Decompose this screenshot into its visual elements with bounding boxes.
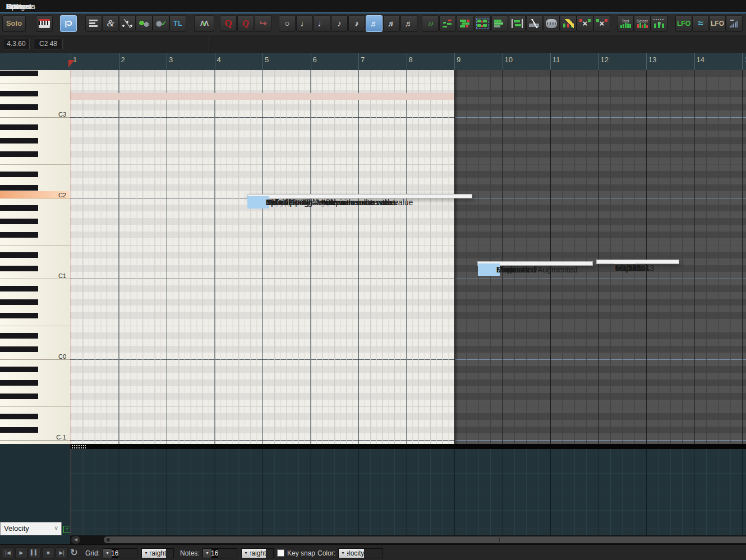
- scrollbar-thumb[interactable]: [104, 536, 746, 543]
- submenu-arrow-icon: ›: [266, 198, 275, 207]
- quantize-button[interactable]: Q: [220, 15, 237, 32]
- virtual-keyboard-icon: [39, 19, 50, 28]
- piano-roll-grid-outside[interactable]: [454, 70, 746, 444]
- note-eighth-triplet-icon: ♪3: [351, 19, 362, 28]
- stop-button[interactable]: ■: [42, 547, 54, 558]
- edit-cursor-marker[interactable]: [68, 60, 75, 67]
- note-thirtysecond-icon: ♬: [403, 19, 415, 28]
- lengthen-notes-button[interactable]: [491, 15, 508, 32]
- split-note-button[interactable]: [526, 15, 543, 32]
- event-list-button[interactable]: [85, 15, 102, 32]
- measure-number: 9: [457, 55, 461, 64]
- actions-button[interactable]: ΛΛ▸: [194, 15, 214, 32]
- fit-notes-button[interactable]: [509, 15, 526, 32]
- menu-item-maj13[interactable]: Maj13: [597, 262, 619, 274]
- envelope-points-button[interactable]: [119, 15, 136, 32]
- lfo-tan-icon: LFO: [712, 19, 723, 28]
- virtual-keyboard-button[interactable]: [36, 15, 53, 32]
- fit-notes-icon: [512, 19, 523, 28]
- piano-roll-grid-item[interactable]: [70, 70, 454, 444]
- cc-lane-selector-value: Velocity: [4, 524, 29, 533]
- notes-size-combo[interactable]: 1/16 ▾: [202, 548, 237, 558]
- note-quarter-icon: ♩: [316, 19, 328, 28]
- note-half-button[interactable]: ♩: [296, 15, 313, 32]
- key-snap-checkbox[interactable]: [277, 549, 284, 557]
- menu-item-default-menu-midi-piano-roll-context[interactable]: Default menu: MIDI piano roll context›: [247, 196, 269, 209]
- grid-size-combo[interactable]: 1/16 ▾: [103, 548, 137, 558]
- grid-cells-button[interactable]: [474, 15, 491, 32]
- measure-tick: [503, 53, 503, 70]
- horizontal-scrollbar[interactable]: ◀: [70, 535, 746, 544]
- razor-button[interactable]: [543, 15, 560, 32]
- pause-button[interactable]: ▍▍: [29, 547, 41, 558]
- timeline-button[interactable]: TL: [169, 15, 186, 32]
- goto-start-button[interactable]: |◀: [2, 547, 14, 558]
- measure-number: 7: [361, 55, 365, 64]
- redo-button[interactable]: ↪: [255, 15, 271, 32]
- menu-item-diads[interactable]: Diads›: [478, 263, 500, 276]
- quantize-positions-button[interactable]: [439, 15, 456, 32]
- cc-lane-header: Velocity ˅ +: [0, 444, 70, 544]
- note-quarter-button[interactable]: ♩: [314, 15, 330, 32]
- note-eighth-icon: ♪: [334, 19, 345, 28]
- timeline-icon: TL: [172, 19, 183, 28]
- dock-button[interactable]: |Ɔ: [60, 15, 77, 32]
- notes-swing-combo[interactable]: straight ▾: [241, 548, 274, 558]
- goto-end-button[interactable]: ▶|: [56, 547, 68, 558]
- cc-lane[interactable]: [70, 449, 746, 535]
- velocity-up-button[interactable]: ↑↑: [651, 15, 667, 32]
- dock-icon: |Ɔ: [63, 19, 74, 28]
- step-input-button[interactable]: [136, 15, 153, 32]
- legato-icon: ♪♪: [425, 19, 436, 28]
- note-thirtysecond-button[interactable]: ♬: [400, 15, 417, 32]
- step-input-icon: [139, 19, 150, 28]
- play-button[interactable]: ▶: [15, 547, 27, 558]
- repeat-button[interactable]: ↻: [68, 547, 80, 559]
- menu-bar: FileEditNavigateOptionsViewContentsActio…: [0, 0, 746, 12]
- notation-button[interactable]: &: [102, 15, 119, 32]
- note-whole-icon: ○: [282, 19, 293, 28]
- tool-velocity-icon: Tool: [620, 19, 631, 28]
- redo-icon: ↪: [257, 19, 269, 28]
- chord-type-submenu: Major›Minor›Dominant›Diminished/Augmente…: [477, 261, 593, 266]
- grid-swing-combo[interactable]: straight ▾: [141, 548, 174, 558]
- chevron-down-icon: ▾: [242, 549, 250, 558]
- solo-button[interactable]: Solo: [2, 15, 26, 32]
- color-mode-combo[interactable]: Velocity ▾: [338, 548, 383, 558]
- note-whole-button[interactable]: ○: [279, 15, 296, 32]
- cc-lane-divider[interactable]: [70, 444, 746, 449]
- timeline-ruler[interactable]: 123456789101112131415: [0, 53, 746, 70]
- cc-lane-selector[interactable]: Velocity ˅: [0, 522, 62, 535]
- align-notes-button[interactable]: [457, 15, 473, 32]
- edit-grid-icon: [563, 19, 574, 28]
- scissors-right-button[interactable]: ×: [593, 15, 610, 32]
- quantize-settings-button[interactable]: Q: [237, 15, 254, 32]
- note-sixteenth-button[interactable]: ♬: [366, 15, 383, 32]
- note-sixteenth-triplet-button[interactable]: ♬3: [383, 15, 400, 32]
- status-divider: [209, 36, 209, 52]
- lfo-wave-button[interactable]: ≈: [692, 15, 709, 32]
- midi-filter-button[interactable]: ✓: [153, 15, 169, 32]
- lfo-green-button[interactable]: LFO: [675, 15, 692, 32]
- tool-velocity-button[interactable]: Tool: [617, 15, 634, 32]
- scroll-left-arrow[interactable]: ◀: [71, 536, 80, 544]
- menubar-item-actions[interactable]: Actions: [0, 1, 36, 12]
- legato-button[interactable]: ♪♪: [422, 15, 439, 32]
- note-eighth-button[interactable]: ♪: [331, 15, 348, 32]
- key-label-c3: C3: [0, 111, 66, 118]
- drag-handle-icon[interactable]: [71, 445, 86, 448]
- measure-number: 5: [265, 55, 269, 64]
- scissors-left-button[interactable]: ×: [577, 15, 593, 32]
- notes-label: Notes:: [180, 549, 200, 557]
- scissors-left-icon: ×: [579, 19, 591, 28]
- edit-grid-button[interactable]: [560, 15, 577, 32]
- toolbar: Solo|Ɔ&✓TLΛΛ▸QQ↪○♩♩♪♪3♬♬3♬♪♪××ToolSelect…: [0, 13, 746, 35]
- note-eighth-triplet-button[interactable]: ♪3: [348, 15, 365, 32]
- select-velocity-button[interactable]: Select: [634, 15, 651, 32]
- lfo-tan-button[interactable]: LFO: [709, 15, 726, 32]
- edit-cursor-cc: [71, 444, 71, 535]
- volume-ramp-button[interactable]: [726, 15, 743, 32]
- piano-keys[interactable]: C3C2C1C0C-1: [0, 70, 70, 444]
- measure-tick: [550, 53, 551, 70]
- key-snap-label: Key snap: [287, 549, 315, 557]
